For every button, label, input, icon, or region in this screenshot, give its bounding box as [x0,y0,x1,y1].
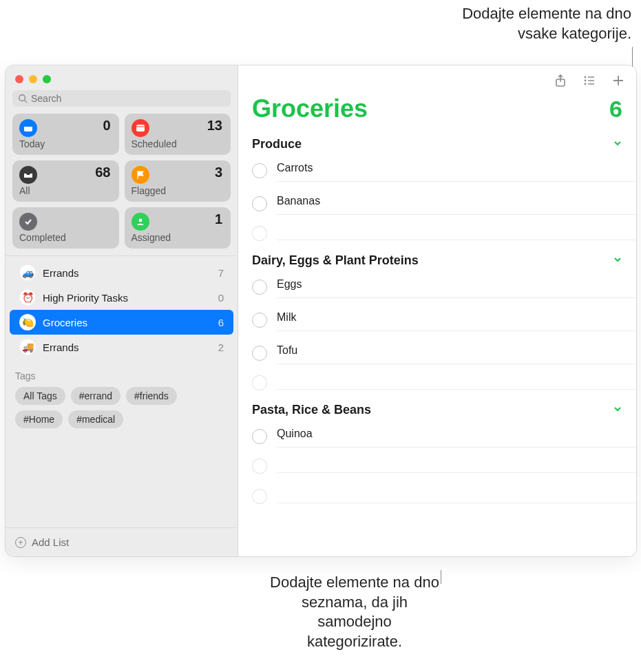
smart-flagged-label: Flagged [132,185,224,196]
fullscreen-window-button[interactable] [43,75,51,83]
reminder-title[interactable]: Eggs [277,276,636,298]
smart-today-label: Today [19,138,112,149]
smart-all-count: 68 [95,165,110,180]
smart-scheduled-count: 13 [207,118,222,134]
reminder-item[interactable]: Milk [238,304,636,337]
svg-point-12 [585,83,587,85]
main-content: Groceries 6 Produce Carrots Bananas Dair… [238,65,636,556]
tag-medical[interactable]: #medical [68,410,123,428]
section-title: Produce [252,137,302,151]
sidebar-list-errands[interactable]: 🚙 Errands 7 [10,260,233,285]
tag-all[interactable]: All Tags [15,387,65,405]
sidebar-list-errands-2[interactable]: 🚚 Errands 2 [10,335,233,359]
tag-errand[interactable]: #errand [71,387,120,405]
completion-toggle[interactable] [252,429,267,444]
reminder-item[interactable]: Eggs [238,271,636,304]
smart-today[interactable]: 0 Today [12,114,119,155]
search-field[interactable] [12,90,231,107]
tags-section: Tags All Tags #errand #friends #Home #me… [6,364,238,435]
new-item-placeholder[interactable] [238,453,636,479]
new-uncategorized-item[interactable] [238,479,636,510]
svg-point-8 [585,76,587,78]
new-item-placeholder[interactable] [238,370,636,396]
callout-top: Dodajte elemente na dno vsake kategorije… [439,4,631,43]
search-icon [18,94,28,103]
list-count: 0 [218,292,224,304]
calendar-icon [132,119,149,137]
close-window-button[interactable] [15,75,23,83]
smart-scheduled-label: Scheduled [132,138,224,149]
section-title: Pasta, Rice & Beans [252,403,371,417]
new-item-circle-icon [252,226,267,241]
reminder-item[interactable]: Tofu [238,337,636,370]
reminder-title[interactable]: Tofu [277,342,636,364]
list-icon: 🚙 [19,264,36,281]
new-item-circle-icon [252,375,267,390]
reminder-item[interactable]: Quinoa [238,420,636,453]
section-pasta[interactable]: Pasta, Rice & Beans [238,396,636,420]
smart-scheduled[interactable]: 13 Scheduled [125,114,231,155]
svg-point-0 [19,95,25,101]
plus-icon [611,74,625,87]
flag-icon [132,166,149,184]
sidebar-list-high-priority[interactable]: ⏰ High Priority Tasks 0 [10,285,233,310]
svg-point-10 [585,80,587,82]
list-label: High Priority Tasks [43,292,128,304]
svg-rect-4 [136,125,145,132]
share-button[interactable] [554,74,567,87]
new-item-input[interactable] [277,227,636,240]
reminder-title[interactable]: Carrots [277,160,636,182]
new-item-input[interactable] [277,376,636,390]
sidebar-list-groceries[interactable]: 🍋 Groceries 6 [10,310,233,335]
reminders-window: 0 Today 13 Scheduled 68 All [6,65,636,556]
smart-assigned[interactable]: 1 Assigned [125,207,231,249]
reminder-title[interactable]: Bananas [277,193,636,215]
tray-icon [19,166,37,184]
section-produce[interactable]: Produce [238,130,636,154]
list-count: 2 [218,342,224,353]
smart-flagged[interactable]: 3 Flagged [125,160,231,202]
chevron-down-icon [613,403,622,417]
list-header: Groceries 6 [238,90,636,130]
new-item-input[interactable] [277,459,636,473]
completion-toggle[interactable] [252,280,267,295]
reminder-title[interactable]: Quinoa [277,426,636,448]
completion-toggle[interactable] [252,313,267,328]
view-options-button[interactable] [582,74,596,87]
window-controls [6,65,238,90]
reminder-item[interactable]: Carrots [238,154,636,187]
svg-line-1 [25,101,28,103]
section-dairy[interactable]: Dairy, Eggs & Plant Proteins [238,246,636,271]
checkmark-icon [19,213,37,231]
svg-point-6 [138,219,142,222]
smart-all-label: All [19,185,112,196]
search-input[interactable] [31,93,225,104]
reminder-item[interactable]: Bananas [238,187,636,220]
tag-home[interactable]: #Home [15,410,63,428]
reminder-title[interactable]: Milk [277,309,636,331]
smart-lists: 0 Today 13 Scheduled 68 All [6,114,238,255]
section-title: Dairy, Eggs & Plant Proteins [252,253,419,268]
chevron-down-icon [613,137,622,151]
completion-toggle[interactable] [252,196,267,211]
new-item-circle-icon [252,489,267,504]
plus-circle-icon: + [15,537,26,548]
new-item-placeholder[interactable] [238,220,636,246]
chevron-down-icon [613,253,622,268]
calendar-today-icon [19,119,37,137]
smart-completed[interactable]: Completed [12,207,119,249]
add-list-button[interactable]: + Add List [6,527,238,556]
list-options-icon [582,74,596,87]
callout-bottom: Dodajte elemente na dno seznama, da jih … [269,573,441,651]
tags-heading: Tags [15,370,228,381]
smart-all[interactable]: 68 All [12,160,119,202]
tag-friends[interactable]: #friends [126,387,177,405]
new-item-input[interactable] [277,490,636,503]
completion-toggle[interactable] [252,163,267,178]
list-label: Errands [43,267,79,279]
minimize-window-button[interactable] [29,75,37,83]
smart-flagged-count: 3 [215,165,222,180]
list-count: 6 [218,317,224,328]
completion-toggle[interactable] [252,346,267,361]
new-reminder-button[interactable] [611,74,625,87]
